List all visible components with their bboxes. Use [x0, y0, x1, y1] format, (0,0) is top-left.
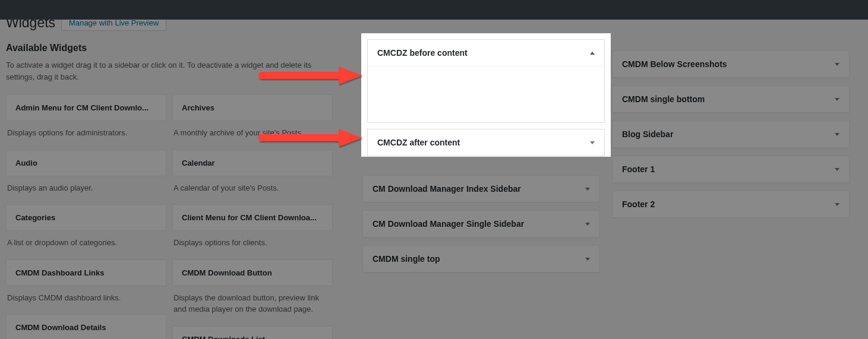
svg-marker-3: [339, 129, 362, 147]
sidebar-areas-column-2: CMDM Below Screenshots CMDM single botto…: [612, 15, 850, 339]
chevron-down-icon: [835, 63, 839, 66]
svg-rect-0: [258, 72, 342, 79]
widget-desc: Displays an audio player.: [6, 176, 166, 199]
widget-item[interactable]: Archives: [172, 94, 333, 121]
svg-rect-2: [258, 134, 342, 141]
widget-item[interactable]: CMDM Download Button: [172, 259, 333, 286]
sidebar-area-panel[interactable]: Blog Sidebar: [612, 121, 850, 148]
sidebar-area-title: Footer 2: [622, 199, 655, 209]
widget-desc: A calendar of your site's Posts.: [172, 176, 333, 199]
sidebar-area-panel[interactable]: CMDM Below Screenshots: [612, 50, 850, 78]
sidebar-area-panel[interactable]: CMDM single bottom: [612, 85, 850, 113]
widget-item[interactable]: Admin Menu for CM Client Downlo...: [6, 94, 166, 121]
chevron-down-icon: [835, 98, 839, 101]
sidebar-area-title: CMDM Below Screenshots: [622, 59, 727, 69]
highlight-region: CMCDZ before content CMCDZ after content: [361, 33, 611, 157]
sidebar-area-cmcdz-before[interactable]: CMCDZ before content: [367, 39, 605, 123]
widget-desc: Displays options for administrators.: [6, 121, 166, 144]
widget-drop-zone[interactable]: [368, 66, 604, 122]
svg-marker-1: [339, 66, 362, 84]
chevron-down-icon: [835, 168, 839, 171]
sidebar-area-cmcdz-after[interactable]: CMCDZ after content: [367, 129, 605, 156]
sidebar-area-panel[interactable]: CM Download Manager Single Sidebar: [362, 210, 600, 237]
widget-item[interactable]: Client Menu for CM Client Downloa...: [172, 204, 333, 231]
widget-desc: Displays options for clients.: [172, 231, 333, 254]
sidebar-area-title: Footer 1: [622, 164, 655, 174]
sidebar-area-panel[interactable]: CMDM single top: [362, 245, 600, 273]
sidebar-area-panel[interactable]: Footer 2: [612, 191, 850, 218]
admin-top-bar: [0, 0, 868, 20]
sidebar-area-title: CMDM single top: [373, 254, 440, 264]
chevron-down-icon: [835, 203, 839, 206]
chevron-down-icon: [585, 223, 590, 226]
annotation-arrow-icon: [258, 65, 365, 89]
widget-item[interactable]: Categories: [6, 204, 166, 231]
sidebar-area-title: CMCDZ after content: [377, 138, 460, 147]
sidebar-area-title: Blog Sidebar: [622, 129, 673, 139]
available-widgets-column: Widgets Manage with Live Preview Availab…: [6, 15, 351, 339]
sidebar-area-title: CM Download Manager Single Sidebar: [373, 219, 524, 229]
chevron-down-icon: [585, 188, 590, 191]
widget-desc: A list or dropdown of categories.: [6, 231, 166, 254]
chevron-up-icon: [590, 52, 595, 55]
chevron-down-icon: [590, 141, 595, 144]
sidebar-area-title: CMDM single bottom: [622, 94, 705, 104]
widget-item[interactable]: CMDM Dashboard Links: [6, 259, 166, 286]
sidebar-area-panel[interactable]: CM Download Manager Index Sidebar: [362, 175, 600, 202]
available-widgets-heading: Available Widgets: [6, 43, 351, 53]
chevron-down-icon: [585, 258, 590, 261]
widget-item[interactable]: Calendar: [172, 150, 333, 176]
widget-desc: Displays the download button, preview li…: [172, 286, 333, 320]
widget-item[interactable]: Audio: [6, 150, 166, 176]
widget-desc: Displays CMDM dashboard links.: [6, 286, 166, 309]
annotation-arrow-icon: [258, 128, 365, 151]
sidebar-area-title: CMCDZ before content: [377, 48, 468, 58]
sidebar-area-panel[interactable]: Footer 1: [612, 156, 850, 183]
widget-item[interactable]: CMDM Downloads List: [172, 326, 333, 340]
widget-item[interactable]: CMDM Download Details: [6, 314, 166, 339]
chevron-down-icon: [835, 133, 839, 136]
sidebar-area-title: CM Download Manager Index Sidebar: [373, 184, 521, 194]
